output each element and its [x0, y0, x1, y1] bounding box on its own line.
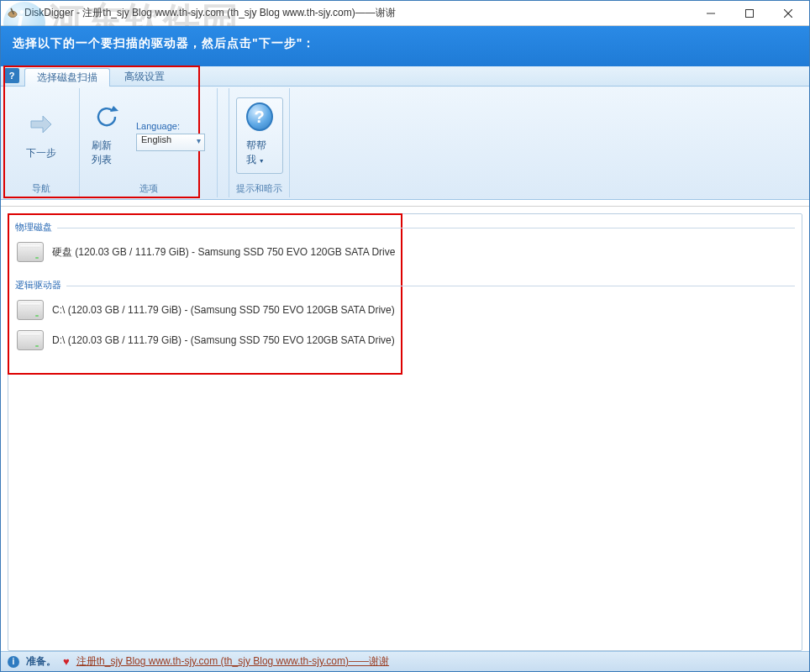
tab-scan[interactable]: 选择磁盘扫描 [24, 68, 110, 87]
svg-rect-3 [746, 9, 754, 17]
window-title: DiskDigger - 注册th_sjy Blog www.th-sjy.co… [24, 6, 692, 20]
hard-disk-icon [17, 300, 44, 320]
hard-disk-icon [17, 330, 44, 350]
app-icon [6, 7, 19, 20]
group-label-help: 提示和暗示 [233, 181, 286, 196]
maximize-button[interactable] [730, 2, 769, 25]
arrow-right-icon [28, 111, 55, 138]
help-me-button[interactable]: ? 帮帮我 ▼ [236, 97, 283, 174]
drive-item-logical-0[interactable]: C:\ (120.03 GB / 111.79 GiB) - (Samsung … [15, 295, 795, 325]
drive-item-physical-0[interactable]: 硬盘 (120.03 GB / 111.79 GiB) - Samsung SS… [15, 237, 795, 267]
next-button[interactable]: 下一步 [16, 97, 66, 174]
content-area: 物理磁盘 硬盘 (120.03 GB / 111.79 GiB) - Samsu… [1, 207, 809, 651]
status-info-icon: i [8, 656, 19, 668]
section-physical: 物理磁盘 [15, 221, 795, 234]
instruction-bar: 选择以下的一个要扫描的驱动器，然后点击"下一步"： [1, 26, 809, 66]
help-icon: ? [246, 103, 273, 130]
group-label-nav: 导航 [6, 181, 76, 196]
status-ready: 准备。 [26, 654, 56, 669]
instruction-text: 选择以下的一个要扫描的驱动器，然后点击"下一步"： [13, 36, 315, 50]
heart-icon: ♥ [63, 655, 70, 668]
section-logical: 逻辑驱动器 [15, 279, 795, 291]
drive-panel: 物理磁盘 硬盘 (120.03 GB / 111.79 GiB) - Samsu… [8, 213, 802, 651]
tabs-row: ? 选择磁盘扫描 高级设置 [1, 66, 809, 87]
language-select[interactable]: English [136, 134, 205, 151]
statusbar: i 准备。 ♥ 注册th_sjy Blog www.th-sjy.com (th… [1, 651, 809, 671]
titlebar: DiskDigger - 注册th_sjy Blog www.th-sjy.co… [1, 1, 809, 26]
svg-marker-6 [31, 116, 51, 133]
tab-advanced[interactable]: 高级设置 [112, 67, 177, 86]
minimize-button[interactable] [692, 2, 730, 25]
close-button[interactable] [769, 2, 807, 25]
separator-band [1, 200, 809, 207]
ribbon: 下一步 导航 刷新列表 Language: English 选项 [1, 87, 809, 200]
status-link[interactable]: 注册th_sjy Blog www.th-sjy.com (th_sjy Blo… [76, 654, 389, 669]
group-label-options: 选项 [83, 181, 213, 196]
refresh-button[interactable]: 刷新列表 [87, 97, 126, 174]
hard-disk-icon [17, 242, 44, 262]
language-label: Language: [136, 121, 180, 131]
refresh-icon [93, 103, 120, 130]
help-mini-icon[interactable]: ? [4, 68, 19, 83]
drive-item-logical-1[interactable]: D:\ (120.03 GB / 111.79 GiB) - (Samsung … [15, 325, 795, 355]
